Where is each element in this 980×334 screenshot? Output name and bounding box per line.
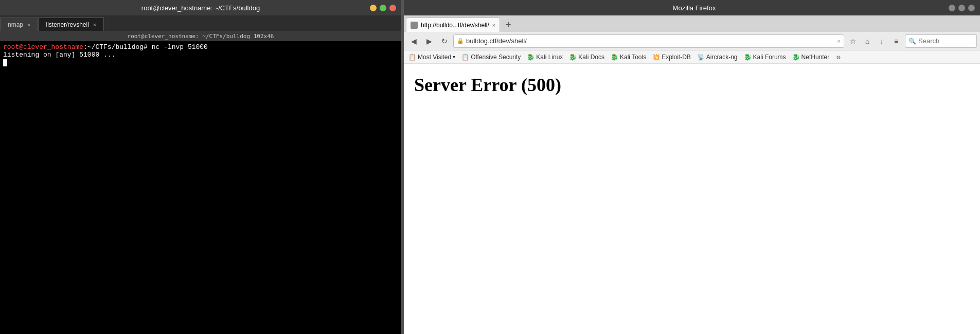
firefox-maximize-button[interactable]: [958, 5, 965, 11]
terminal-prompt-path: :~/CTFs/bulldog: [83, 43, 144, 51]
terminal-tabs-bar: nmap × listener/revshell ×: [0, 15, 401, 31]
nav-right-buttons: ☆ ⌂ ↓ ≡: [846, 34, 903, 48]
firefox-back-button[interactable]: ◀: [407, 34, 420, 48]
bookmark-most-visited-icon: 📋: [408, 54, 416, 61]
firefox-navbar: ◀ ▶ ↻ 🔒 × ☆ ⌂ ↓ ≡ 🔍: [404, 32, 980, 50]
url-bar[interactable]: 🔒 ×: [453, 34, 844, 48]
terminal-tab-nmap[interactable]: nmap ×: [0, 17, 38, 31]
terminal-secondary-bar: root@clever_hostname: ~/CTFs/bulldog 102…: [0, 31, 401, 41]
bookmark-kali-forums-label: Kali Forums: [753, 54, 786, 61]
terminal-prompt-symbol: #: [144, 43, 148, 51]
bookmark-aircrack[interactable]: 📡 Aircrack-ng: [696, 54, 739, 61]
bookmark-kali-docs-label: Kali Docs: [578, 54, 604, 61]
firefox-titlebar: Mozilla Firefox: [404, 0, 980, 15]
bookmarks-bar: 📋 Most Visited ▾ 📋 Offensive Security 🐉 …: [404, 50, 980, 64]
terminal-secondary-title-text: root@clever_hostname: ~/CTFs/bulldog 102…: [128, 33, 274, 40]
terminal-maximize-button[interactable]: [380, 5, 386, 11]
terminal-title-text: root@clever_hostname: ~/CTFs/bulldog: [141, 4, 260, 12]
bookmark-most-visited-label: Most Visited: [418, 54, 451, 61]
bookmark-kali-linux-label: Kali Linux: [536, 54, 563, 61]
firefox-minimize-button[interactable]: [949, 5, 955, 11]
terminal-close-button[interactable]: [389, 5, 396, 11]
bookmark-kali-linux[interactable]: 🐉 Kali Linux: [525, 54, 564, 61]
terminal-tab-listener-label: listener/revshell: [46, 21, 88, 28]
bookmark-aircrack-label: Aircrack-ng: [706, 54, 738, 61]
bookmark-kali-docs[interactable]: 🐉 Kali Docs: [567, 54, 606, 61]
firefox-reload-button[interactable]: ↻: [438, 34, 451, 48]
search-icon: 🔍: [908, 38, 916, 45]
terminal-content[interactable]: root@clever_hostname:~/CTFs/bulldog# nc …: [0, 41, 401, 334]
bookmark-kali-tools-icon: 🐉: [611, 54, 618, 61]
bookmark-kali-tools[interactable]: 🐉 Kali Tools: [609, 54, 648, 61]
bookmark-kali-linux-icon: 🐉: [527, 54, 534, 61]
firefox-tab-close-button[interactable]: ×: [492, 22, 495, 28]
firefox-tab-label: http://bulldo...tf/dev/shell/: [421, 22, 489, 29]
bookmark-exploit-db[interactable]: 💥 Exploit-DB: [651, 54, 692, 61]
terminal-body: root@clever_hostname: ~/CTFs/bulldog 102…: [0, 31, 401, 334]
bookmark-kali-forums-icon: 🐉: [744, 54, 752, 61]
bookmark-exploit-db-icon: 💥: [652, 54, 660, 61]
firefox-bookmark-button[interactable]: ☆: [846, 34, 860, 48]
firefox-home-button[interactable]: ⌂: [861, 34, 874, 48]
bookmarks-more-button[interactable]: »: [834, 52, 843, 62]
firefox-page-content: Server Error (500): [404, 64, 980, 334]
search-input[interactable]: [918, 37, 970, 45]
bookmark-most-visited-chevron: ▾: [453, 54, 455, 60]
firefox-window: Mozilla Firefox http://bulldo...tf/dev/s…: [404, 0, 980, 334]
bookmark-offensive-label: Offensive Security: [471, 54, 521, 61]
terminal-window-controls: [370, 5, 396, 11]
firefox-tab-shell[interactable]: http://bulldo...tf/dev/shell/ ×: [406, 17, 500, 32]
terminal-tab-nmap-label: nmap: [8, 21, 23, 28]
bookmark-offensive-icon: 📋: [461, 54, 469, 61]
firefox-tab-favicon: [411, 22, 418, 29]
terminal-minimize-button[interactable]: [370, 5, 377, 11]
firefox-menu-button[interactable]: ≡: [889, 34, 903, 48]
firefox-app-title-text: Mozilla Firefox: [440, 4, 949, 12]
terminal-tab-listener-close[interactable]: ×: [93, 22, 96, 28]
terminal-tab-nmap-close[interactable]: ×: [27, 22, 30, 28]
bookmark-nethunter-label: NetHunter: [801, 54, 830, 61]
bookmark-offensive-security[interactable]: 📋 Offensive Security: [460, 54, 522, 61]
firefox-tabs-bar: http://bulldo...tf/dev/shell/ × +: [404, 15, 980, 32]
url-input[interactable]: [466, 37, 835, 45]
firefox-close-button[interactable]: [968, 5, 975, 11]
terminal-cursor: [3, 59, 7, 66]
bookmark-kali-forums[interactable]: 🐉 Kali Forums: [742, 54, 788, 61]
terminal-prompt-user: root@clever_hostname: [3, 43, 83, 51]
terminal-output-line: listening on [any] 51000 ...: [3, 51, 115, 59]
bookmark-exploit-db-label: Exploit-DB: [662, 54, 691, 61]
server-error-title: Server Error (500): [414, 74, 970, 96]
terminal-tab-listener[interactable]: listener/revshell ×: [38, 17, 104, 31]
firefox-new-tab-button[interactable]: +: [501, 17, 515, 32]
bookmark-nethunter-icon: 🐉: [792, 54, 800, 61]
bookmark-aircrack-icon: 📡: [697, 54, 705, 61]
firefox-downloads-button[interactable]: ↓: [875, 34, 888, 48]
firefox-window-controls: [949, 5, 975, 11]
terminal-window: root@clever_hostname: ~/CTFs/bulldog nma…: [0, 0, 401, 334]
bookmark-most-visited[interactable]: 📋 Most Visited ▾: [407, 54, 457, 61]
search-bar[interactable]: 🔍: [905, 34, 977, 48]
bookmark-nethunter[interactable]: 🐉 NetHunter: [791, 54, 831, 61]
url-lock-icon: 🔒: [457, 38, 464, 44]
bookmark-kali-tools-label: Kali Tools: [620, 54, 646, 61]
terminal-titlebar: root@clever_hostname: ~/CTFs/bulldog: [0, 0, 401, 15]
url-clear-button[interactable]: ×: [838, 38, 841, 44]
bookmark-kali-docs-icon: 🐉: [569, 54, 577, 61]
terminal-command: nc -lnvp 51000: [148, 43, 208, 51]
firefox-forward-button[interactable]: ▶: [422, 34, 436, 48]
